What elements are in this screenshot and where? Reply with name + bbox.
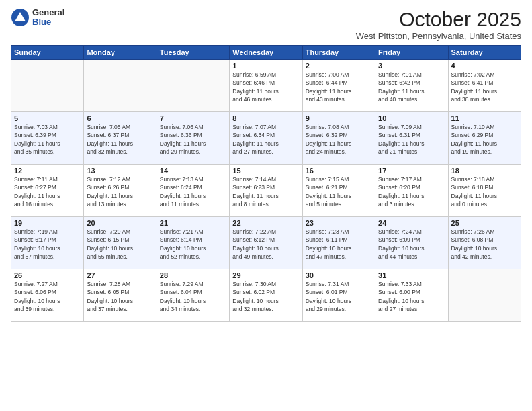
col-wednesday: Wednesday bbox=[230, 46, 302, 60]
table-row: 31Sunrise: 7:33 AM Sunset: 6:00 PM Dayli… bbox=[375, 269, 448, 322]
logo-icon bbox=[11, 8, 30, 27]
day-number: 11 bbox=[451, 114, 518, 122]
table-row: 19Sunrise: 7:19 AM Sunset: 6:17 PM Dayli… bbox=[11, 217, 84, 269]
table-row: 27Sunrise: 7:28 AM Sunset: 6:05 PM Dayli… bbox=[84, 269, 157, 322]
location: West Pittston, Pennsylvania, United Stat… bbox=[356, 31, 521, 41]
day-info: Sunrise: 7:10 AM Sunset: 6:29 PM Dayligh… bbox=[451, 123, 518, 156]
day-info: Sunrise: 7:14 AM Sunset: 6:23 PM Dayligh… bbox=[232, 175, 299, 208]
day-number: 12 bbox=[14, 167, 81, 175]
table-row: 12Sunrise: 7:11 AM Sunset: 6:27 PM Dayli… bbox=[11, 165, 84, 217]
day-number: 25 bbox=[451, 219, 518, 227]
day-info: Sunrise: 7:31 AM Sunset: 6:01 PM Dayligh… bbox=[306, 280, 372, 313]
table-row: 9Sunrise: 7:08 AM Sunset: 6:32 PM Daylig… bbox=[302, 112, 375, 165]
day-info: Sunrise: 7:33 AM Sunset: 6:00 PM Dayligh… bbox=[378, 280, 445, 313]
table-row: 13Sunrise: 7:12 AM Sunset: 6:26 PM Dayli… bbox=[84, 165, 157, 217]
day-number: 14 bbox=[160, 167, 226, 175]
day-number: 27 bbox=[87, 271, 153, 279]
day-number: 9 bbox=[306, 114, 372, 122]
day-info: Sunrise: 7:09 AM Sunset: 6:31 PM Dayligh… bbox=[378, 123, 445, 156]
day-number: 8 bbox=[232, 114, 299, 122]
col-friday: Friday bbox=[375, 46, 448, 60]
table-row: 22Sunrise: 7:22 AM Sunset: 6:12 PM Dayli… bbox=[230, 217, 302, 269]
day-info: Sunrise: 7:15 AM Sunset: 6:21 PM Dayligh… bbox=[306, 175, 372, 208]
table-row: 26Sunrise: 7:27 AM Sunset: 6:06 PM Dayli… bbox=[11, 269, 84, 322]
day-number: 4 bbox=[451, 62, 518, 70]
table-row: 30Sunrise: 7:31 AM Sunset: 6:01 PM Dayli… bbox=[302, 269, 375, 322]
day-info: Sunrise: 7:29 AM Sunset: 6:04 PM Dayligh… bbox=[160, 280, 226, 313]
month-title: October 2025 bbox=[356, 8, 521, 31]
calendar-week-row: 5Sunrise: 7:03 AM Sunset: 6:39 PM Daylig… bbox=[11, 112, 521, 165]
table-row: 2Sunrise: 7:00 AM Sunset: 6:44 PM Daylig… bbox=[302, 60, 375, 112]
table-row: 10Sunrise: 7:09 AM Sunset: 6:31 PM Dayli… bbox=[375, 112, 448, 165]
day-info: Sunrise: 7:19 AM Sunset: 6:17 PM Dayligh… bbox=[14, 228, 81, 261]
day-info: Sunrise: 7:23 AM Sunset: 6:11 PM Dayligh… bbox=[306, 228, 372, 261]
day-info: Sunrise: 7:12 AM Sunset: 6:26 PM Dayligh… bbox=[87, 175, 153, 208]
day-number: 17 bbox=[378, 167, 445, 175]
day-info: Sunrise: 7:05 AM Sunset: 6:37 PM Dayligh… bbox=[87, 123, 153, 156]
logo-text: General Blue bbox=[32, 8, 64, 28]
day-info: Sunrise: 7:30 AM Sunset: 6:02 PM Dayligh… bbox=[232, 280, 299, 313]
day-info: Sunrise: 7:27 AM Sunset: 6:06 PM Dayligh… bbox=[14, 280, 81, 313]
day-info: Sunrise: 7:26 AM Sunset: 6:08 PM Dayligh… bbox=[451, 228, 518, 261]
day-number: 15 bbox=[232, 167, 299, 175]
table-row: 6Sunrise: 7:05 AM Sunset: 6:37 PM Daylig… bbox=[84, 112, 157, 165]
table-row bbox=[448, 269, 521, 322]
day-info: Sunrise: 7:11 AM Sunset: 6:27 PM Dayligh… bbox=[14, 175, 81, 208]
day-number: 22 bbox=[232, 219, 299, 227]
day-info: Sunrise: 7:03 AM Sunset: 6:39 PM Dayligh… bbox=[14, 123, 81, 156]
calendar-table: Sunday Monday Tuesday Wednesday Thursday… bbox=[11, 45, 521, 322]
day-info: Sunrise: 7:01 AM Sunset: 6:42 PM Dayligh… bbox=[378, 71, 445, 103]
table-row: 8Sunrise: 7:07 AM Sunset: 6:34 PM Daylig… bbox=[230, 112, 302, 165]
day-number: 10 bbox=[378, 114, 445, 122]
table-row: 15Sunrise: 7:14 AM Sunset: 6:23 PM Dayli… bbox=[230, 165, 302, 217]
table-row: 21Sunrise: 7:21 AM Sunset: 6:14 PM Dayli… bbox=[157, 217, 229, 269]
table-row: 4Sunrise: 7:02 AM Sunset: 6:41 PM Daylig… bbox=[448, 60, 521, 112]
table-row: 14Sunrise: 7:13 AM Sunset: 6:24 PM Dayli… bbox=[157, 165, 229, 217]
calendar-week-row: 12Sunrise: 7:11 AM Sunset: 6:27 PM Dayli… bbox=[11, 165, 521, 217]
table-row: 20Sunrise: 7:20 AM Sunset: 6:15 PM Dayli… bbox=[84, 217, 157, 269]
day-number: 1 bbox=[232, 62, 299, 70]
day-info: Sunrise: 7:21 AM Sunset: 6:14 PM Dayligh… bbox=[160, 228, 226, 261]
day-info: Sunrise: 7:22 AM Sunset: 6:12 PM Dayligh… bbox=[232, 228, 299, 261]
day-number: 28 bbox=[160, 271, 226, 279]
day-number: 21 bbox=[160, 219, 226, 227]
col-saturday: Saturday bbox=[448, 46, 521, 60]
day-number: 16 bbox=[306, 167, 372, 175]
col-tuesday: Tuesday bbox=[157, 46, 229, 60]
day-number: 29 bbox=[232, 271, 299, 279]
day-info: Sunrise: 7:02 AM Sunset: 6:41 PM Dayligh… bbox=[451, 71, 518, 103]
day-number: 30 bbox=[306, 271, 372, 279]
calendar-week-row: 26Sunrise: 7:27 AM Sunset: 6:06 PM Dayli… bbox=[11, 269, 521, 322]
day-number: 13 bbox=[87, 167, 153, 175]
col-sunday: Sunday bbox=[11, 46, 84, 60]
day-number: 7 bbox=[160, 114, 226, 122]
table-row: 5Sunrise: 7:03 AM Sunset: 6:39 PM Daylig… bbox=[11, 112, 84, 165]
logo: General Blue bbox=[11, 8, 64, 28]
calendar-header-row: Sunday Monday Tuesday Wednesday Thursday… bbox=[11, 46, 521, 60]
calendar-week-row: 1Sunrise: 6:59 AM Sunset: 6:46 PM Daylig… bbox=[11, 60, 521, 112]
table-row: 3Sunrise: 7:01 AM Sunset: 6:42 PM Daylig… bbox=[375, 60, 448, 112]
table-row: 11Sunrise: 7:10 AM Sunset: 6:29 PM Dayli… bbox=[448, 112, 521, 165]
page-container: General Blue October 2025 West Pittston,… bbox=[0, 0, 532, 411]
day-info: Sunrise: 7:07 AM Sunset: 6:34 PM Dayligh… bbox=[232, 123, 299, 156]
day-info: Sunrise: 7:06 AM Sunset: 6:36 PM Dayligh… bbox=[160, 123, 226, 156]
table-row: 25Sunrise: 7:26 AM Sunset: 6:08 PM Dayli… bbox=[448, 217, 521, 269]
table-row: 16Sunrise: 7:15 AM Sunset: 6:21 PM Dayli… bbox=[302, 165, 375, 217]
day-number: 23 bbox=[306, 219, 372, 227]
logo-blue-text: Blue bbox=[32, 17, 64, 27]
day-number: 18 bbox=[451, 167, 518, 175]
day-info: Sunrise: 7:18 AM Sunset: 6:18 PM Dayligh… bbox=[451, 175, 518, 208]
day-number: 2 bbox=[306, 62, 372, 70]
table-row: 1Sunrise: 6:59 AM Sunset: 6:46 PM Daylig… bbox=[230, 60, 302, 112]
day-info: Sunrise: 7:00 AM Sunset: 6:44 PM Dayligh… bbox=[306, 71, 372, 103]
day-info: Sunrise: 7:08 AM Sunset: 6:32 PM Dayligh… bbox=[306, 123, 372, 156]
table-row bbox=[157, 60, 229, 112]
day-number: 26 bbox=[14, 271, 81, 279]
col-thursday: Thursday bbox=[302, 46, 375, 60]
day-info: Sunrise: 7:17 AM Sunset: 6:20 PM Dayligh… bbox=[378, 175, 445, 208]
day-info: Sunrise: 6:59 AM Sunset: 6:46 PM Dayligh… bbox=[232, 71, 299, 103]
table-row: 29Sunrise: 7:30 AM Sunset: 6:02 PM Dayli… bbox=[230, 269, 302, 322]
day-number: 6 bbox=[87, 114, 153, 122]
day-number: 24 bbox=[378, 219, 445, 227]
logo-general-text: General bbox=[32, 8, 64, 17]
